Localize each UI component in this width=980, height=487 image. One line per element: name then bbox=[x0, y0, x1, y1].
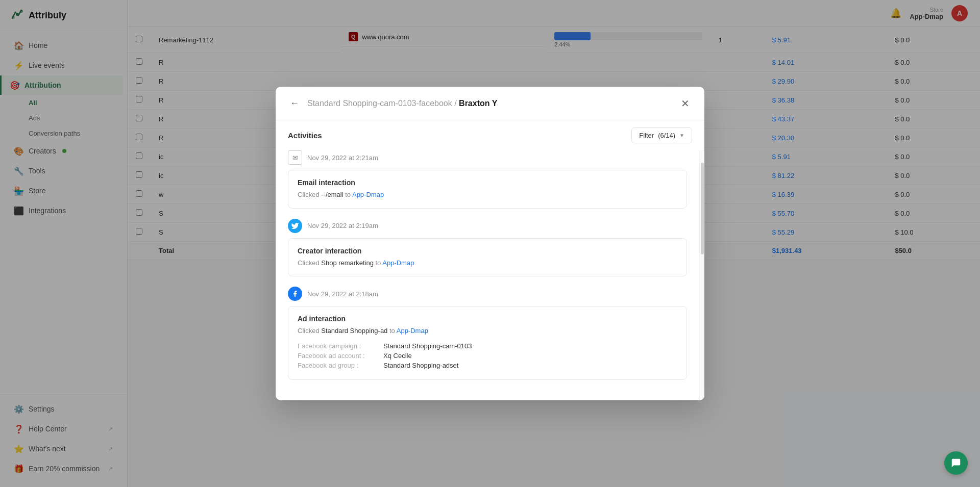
twitter-activity-desc: Clicked Shop remarketing to App-Dmap bbox=[298, 258, 677, 268]
activity-time-row-email: ✉ Nov 29, 2022 at 2:21am bbox=[288, 150, 687, 165]
filter-count: (6/14) bbox=[658, 132, 675, 139]
modal-title: Standard Shopping-cam-0103-facebook / Br… bbox=[307, 99, 672, 108]
modal-overlay[interactable]: ← Standard Shopping-cam-0103-facebook / … bbox=[0, 0, 980, 487]
filter-label: Filter bbox=[639, 132, 654, 139]
twitter-desc-prefix: Clicked bbox=[298, 259, 320, 267]
fb-desc-link: App-Dmap bbox=[397, 327, 428, 335]
modal-title-name: Braxton Y bbox=[459, 99, 497, 108]
twitter-platform-icon bbox=[288, 219, 302, 233]
meta-campaign-value: Standard Shopping-cam-0103 bbox=[383, 342, 472, 350]
filter-button[interactable]: Filter (6/14) ▼ bbox=[631, 127, 692, 143]
modal-title-prefix: Standard Shopping-cam-0103-facebook / bbox=[307, 99, 459, 108]
email-activity-card: Email interaction Clicked --/email to Ap… bbox=[288, 170, 687, 209]
email-desc-connector: to bbox=[345, 191, 351, 198]
facebook-platform-icon bbox=[288, 287, 302, 301]
email-activity-time: Nov 29, 2022 at 2:21am bbox=[307, 154, 378, 162]
facebook-activity-desc: Clicked Standard Shopping-ad to App-Dmap bbox=[298, 326, 677, 336]
meta-campaign-label: Facebook campaign : bbox=[298, 342, 379, 350]
meta-account-label: Facebook ad account : bbox=[298, 352, 379, 360]
twitter-activity-time: Nov 29, 2022 at 2:19am bbox=[307, 222, 378, 229]
facebook-activity-type: Ad interaction bbox=[298, 315, 677, 323]
email-desc-prefix: Clicked bbox=[298, 191, 320, 198]
fb-desc-prefix: Clicked bbox=[298, 327, 320, 335]
email-desc-link: App-Dmap bbox=[352, 191, 384, 198]
meta-account-value: Xq Cecile bbox=[383, 352, 412, 360]
meta-row-campaign: Facebook campaign : Standard Shopping-ca… bbox=[298, 342, 677, 350]
twitter-desc-connector: to bbox=[376, 259, 381, 267]
email-platform-icon: ✉ bbox=[288, 150, 302, 165]
app-container: Attribuly 🏠 Home ⚡ Live events 🎯 Attribu… bbox=[0, 0, 980, 487]
scrollbar-track[interactable] bbox=[699, 150, 704, 400]
modal: ← Standard Shopping-cam-0103-facebook / … bbox=[276, 87, 704, 400]
facebook-activity-meta: Facebook campaign : Standard Shopping-ca… bbox=[298, 342, 677, 369]
modal-close-button[interactable]: ✕ bbox=[678, 96, 692, 111]
email-activity-desc: Clicked --/email to App-Dmap bbox=[298, 190, 677, 200]
modal-body: ✉ Nov 29, 2022 at 2:21am Email interacti… bbox=[276, 150, 699, 400]
twitter-desc-bold: Shop remarketing bbox=[321, 259, 374, 267]
chat-icon bbox=[950, 457, 962, 469]
modal-back-button[interactable]: ← bbox=[288, 96, 301, 111]
filter-chevron-icon: ▼ bbox=[679, 133, 684, 138]
email-activity-type: Email interaction bbox=[298, 178, 677, 187]
twitter-activity-card: Creator interaction Clicked Shop remarke… bbox=[288, 238, 687, 277]
meta-row-account: Facebook ad account : Xq Cecile bbox=[298, 352, 677, 360]
modal-body-wrapper: ✉ Nov 29, 2022 at 2:21am Email interacti… bbox=[276, 150, 704, 400]
activity-time-row-facebook: Nov 29, 2022 at 2:18am bbox=[288, 287, 687, 301]
facebook-activity-time: Nov 29, 2022 at 2:18am bbox=[307, 290, 378, 298]
fb-desc-bold: Standard Shopping-ad bbox=[321, 327, 387, 335]
twitter-desc-link: App-Dmap bbox=[382, 259, 414, 267]
meta-group-value: Standard Shopping-adset bbox=[383, 362, 458, 369]
scrollbar-thumb[interactable] bbox=[701, 163, 704, 254]
activities-label: Activities bbox=[288, 131, 322, 140]
chat-bubble-button[interactable] bbox=[944, 451, 968, 475]
activity-group-email: ✉ Nov 29, 2022 at 2:21am Email interacti… bbox=[288, 150, 687, 209]
meta-row-group: Facebook ad group : Standard Shopping-ad… bbox=[298, 362, 677, 369]
meta-group-label: Facebook ad group : bbox=[298, 362, 379, 369]
activity-group-twitter: Nov 29, 2022 at 2:19am Creator interacti… bbox=[288, 219, 687, 277]
modal-header: ← Standard Shopping-cam-0103-facebook / … bbox=[276, 87, 704, 120]
modal-toolbar: Activities Filter (6/14) ▼ bbox=[276, 120, 704, 150]
activity-time-row-twitter: Nov 29, 2022 at 2:19am bbox=[288, 219, 687, 233]
activity-group-facebook: Nov 29, 2022 at 2:18am Ad interaction Cl… bbox=[288, 287, 687, 380]
fb-desc-connector: to bbox=[389, 327, 395, 335]
facebook-activity-card: Ad interaction Clicked Standard Shopping… bbox=[288, 306, 687, 380]
email-desc-bold: --/email bbox=[321, 191, 343, 198]
twitter-activity-type: Creator interaction bbox=[298, 247, 677, 255]
